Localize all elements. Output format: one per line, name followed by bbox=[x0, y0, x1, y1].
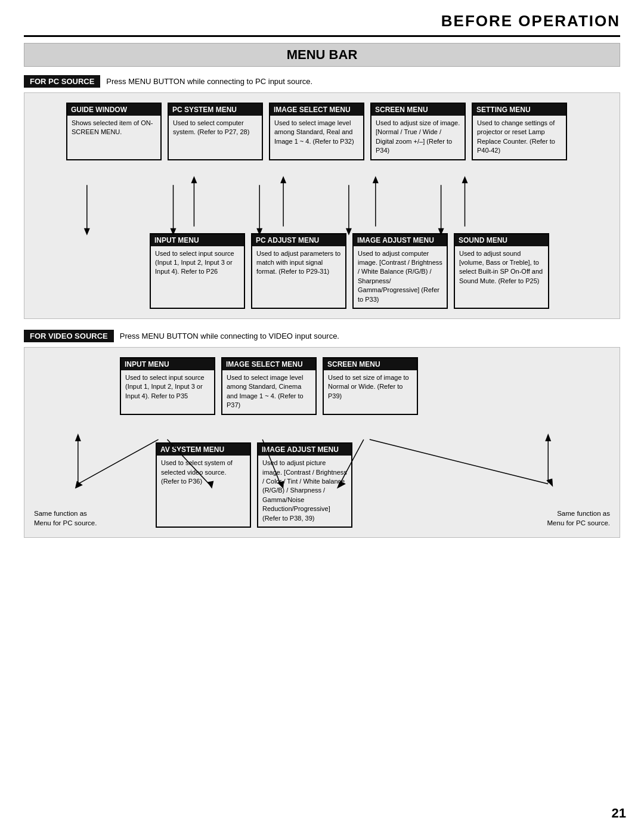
screen-menu-video-text: Used to set size of image to Normal or W… bbox=[328, 373, 413, 401]
image-adjust-menu-video-title: IMAGE ADJUST MENU bbox=[258, 444, 351, 456]
svg-marker-25 bbox=[546, 479, 553, 487]
video-source-description: Press MENU BUTTON while connecting to VI… bbox=[120, 332, 339, 340]
screen-menu-pc-text: Used to adjust size of image. [Normal / … bbox=[376, 119, 460, 156]
av-system-menu-text: Used to select system of selected video … bbox=[161, 459, 246, 486]
pc-source-diagram: GUIDE WINDOW Shows selected item of ON-S… bbox=[24, 92, 620, 319]
video-bottom-boxes: AV SYSTEM MENU Used to select system of … bbox=[156, 442, 352, 528]
pc-bottom-boxes: INPUT MENU Used to select input source (… bbox=[150, 233, 549, 309]
sound-menu-pc-title: SOUND MENU bbox=[455, 234, 548, 246]
input-menu-video-title: INPUT MENU bbox=[121, 358, 214, 370]
av-system-menu-title: AV SYSTEM MENU bbox=[157, 444, 250, 456]
screen-menu-pc-title: SCREEN MENU bbox=[371, 104, 465, 116]
pc-top-boxes: GUIDE WINDOW Shows selected item of ON-S… bbox=[66, 103, 567, 160]
setting-menu-title: SETTING MENU bbox=[473, 104, 566, 116]
svg-marker-1 bbox=[84, 228, 90, 236]
sound-menu-pc-text: Used to adjust sound [volume, Bass or Tr… bbox=[459, 249, 544, 286]
svg-marker-31 bbox=[545, 433, 551, 441]
image-adjust-menu-video-text: Used to adjust picture image. [Contrast … bbox=[262, 459, 347, 523]
pc-system-menu-text: Used to select computer system. (Refer t… bbox=[173, 119, 258, 137]
image-adjust-menu-pc-text: Used to adjust computer image. [Contrast… bbox=[358, 249, 442, 304]
pc-source-row: FOR PC SOURCE Press MENU BUTTON while co… bbox=[24, 75, 620, 88]
pc-adjust-menu-box: PC ADJUST MENU Used to adjust parameters… bbox=[251, 233, 346, 309]
video-bottom-left-text: Same function asMenu for PC source. bbox=[34, 509, 97, 528]
pc-adjust-menu-text: Used to adjust parameters to match with … bbox=[256, 249, 341, 277]
page-title: BEFORE OPERATION bbox=[24, 12, 620, 37]
input-menu-pc-box: INPUT MENU Used to select input source (… bbox=[150, 233, 245, 309]
input-menu-video-text: Used to select input source (Input 1, In… bbox=[125, 373, 210, 401]
video-source-row: FOR VIDEO SOURCE Press MENU BUTTON while… bbox=[24, 330, 620, 342]
section-title: MENU BAR bbox=[24, 43, 620, 67]
screen-menu-pc-box: SCREEN MENU Used to adjust size of image… bbox=[370, 103, 466, 160]
image-select-menu-video-box: IMAGE SELECT MENU Used to select image l… bbox=[221, 357, 317, 415]
pc-source-label: FOR PC SOURCE bbox=[24, 75, 100, 88]
page-number: 21 bbox=[612, 806, 626, 821]
video-source-label: FOR VIDEO SOURCE bbox=[24, 330, 114, 342]
setting-menu-text: Used to change settings of projector or … bbox=[477, 119, 562, 156]
pc-system-menu-box: PC SYSTEM MENU Used to select computer s… bbox=[168, 103, 263, 160]
svg-marker-15 bbox=[373, 176, 379, 183]
video-top-boxes: INPUT MENU Used to select input source (… bbox=[120, 357, 418, 415]
image-select-menu-pc-title: IMAGE SELECT MENU bbox=[270, 104, 363, 116]
image-adjust-menu-video-box: IMAGE ADJUST MENU Used to adjust picture… bbox=[257, 442, 352, 528]
svg-line-24 bbox=[370, 439, 548, 484]
image-select-menu-pc-text: Used to select image level among Standar… bbox=[274, 119, 359, 146]
sound-menu-pc-box: SOUND MENU Used to adjust sound [volume,… bbox=[454, 233, 549, 309]
pc-adjust-menu-title: PC ADJUST MENU bbox=[252, 234, 345, 246]
guide-window-text: Shows selected item of ON-SCREEN MENU. bbox=[72, 119, 156, 137]
video-source-diagram: INPUT MENU Used to select input source (… bbox=[24, 347, 620, 538]
input-menu-pc-text: Used to select input source (Input 1, In… bbox=[155, 249, 240, 277]
guide-window-title: GUIDE WINDOW bbox=[67, 104, 160, 116]
svg-line-18 bbox=[78, 439, 159, 484]
svg-marker-17 bbox=[462, 176, 468, 183]
screen-menu-video-title: SCREEN MENU bbox=[324, 358, 417, 370]
setting-menu-box: SETTING MENU Used to change settings of … bbox=[472, 103, 567, 160]
svg-marker-13 bbox=[280, 176, 286, 183]
av-system-menu-box: AV SYSTEM MENU Used to select system of … bbox=[156, 442, 251, 528]
svg-marker-19 bbox=[75, 481, 83, 489]
image-select-menu-pc-box: IMAGE SELECT MENU Used to select image l… bbox=[269, 103, 364, 160]
image-adjust-menu-pc-box: IMAGE ADJUST MENU Used to adjust compute… bbox=[352, 233, 448, 309]
screen-menu-video-box: SCREEN MENU Used to set size of image to… bbox=[323, 357, 418, 415]
svg-marker-29 bbox=[75, 433, 81, 441]
guide-window-box: GUIDE WINDOW Shows selected item of ON-S… bbox=[66, 103, 162, 160]
pc-source-description: Press MENU BUTTON while connecting to PC… bbox=[106, 77, 312, 86]
image-select-menu-video-text: Used to select image level among Standar… bbox=[227, 373, 311, 410]
image-select-menu-video-title: IMAGE SELECT MENU bbox=[222, 358, 315, 370]
video-bottom-right-text: Same function asMenu for PC source. bbox=[547, 509, 610, 528]
input-menu-video-box: INPUT MENU Used to select input source (… bbox=[120, 357, 215, 415]
pc-system-menu-title: PC SYSTEM MENU bbox=[169, 104, 262, 116]
image-adjust-menu-pc-title: IMAGE ADJUST MENU bbox=[354, 234, 447, 246]
input-menu-pc-title: INPUT MENU bbox=[151, 234, 244, 246]
svg-marker-11 bbox=[191, 176, 197, 183]
